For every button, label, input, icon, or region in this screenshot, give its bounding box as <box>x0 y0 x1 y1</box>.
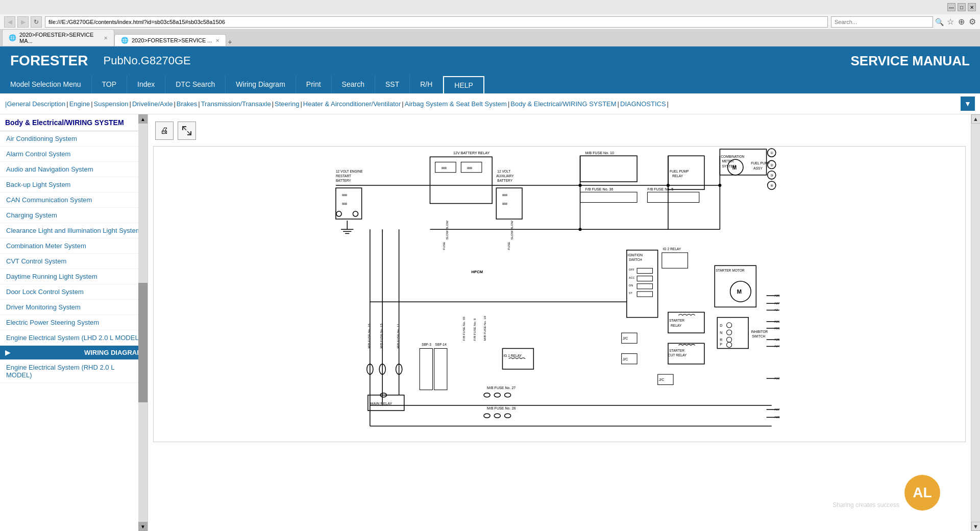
sidebar-item-clearance-light[interactable]: Clearance Light and Illumination Light S… <box>0 223 148 238</box>
settings-icon[interactable]: ⚙ <box>969 17 976 27</box>
dnrp-contact-n <box>727 330 732 335</box>
browser-tabs-bar: 🌐 2020>FORESTER>SERVICE MA... ✕ 🌐 2020>F… <box>0 30 980 46</box>
svg-line-0 <box>183 127 186 130</box>
refresh-button[interactable]: ↻ <box>31 16 42 28</box>
browser-nav-buttons[interactable]: ◀ ▶ ↻ <box>4 16 42 28</box>
breadcrumb-engine[interactable]: Engine <box>69 100 90 108</box>
browser-tab-2[interactable]: 🌐 2020>FORESTER>SERVICE ... ✕ <box>114 34 226 46</box>
main-scroll-up[interactable]: ▲ <box>971 114 981 124</box>
nav-model-selection[interactable]: Model Selection Menu <box>0 75 92 93</box>
forward-button[interactable]: ▶ <box>17 16 29 28</box>
sidebar-item-engine-rhd[interactable]: Engine Electrical System (RHD 2.0 L MODE… <box>0 360 148 383</box>
aux-battery-label: 12 VOLT <box>497 170 510 173</box>
ignition-switch-label2: SWITCH <box>629 258 642 261</box>
nav-dtc-search[interactable]: DTC Search <box>165 75 226 93</box>
svg-text:⊞⊞: ⊞⊞ <box>502 202 507 205</box>
nav-help[interactable]: HELP <box>443 76 484 93</box>
new-tab-button[interactable]: + <box>228 38 232 46</box>
sidebar-item-can-communication[interactable]: CAN Communication System <box>0 192 148 208</box>
close-button[interactable]: ✕ <box>968 3 976 11</box>
svg-text:ACC: ACC <box>629 276 635 279</box>
fuse-28-sym2 <box>494 414 500 418</box>
sidebar-item-combination-meter[interactable]: Combination Meter System <box>0 238 148 254</box>
tab-close-2[interactable]: ✕ <box>215 38 219 43</box>
main-scrollbar[interactable]: ▲ ▼ <box>971 114 980 531</box>
sidebar-item-alarm-control[interactable]: Alarm Control System <box>0 147 148 162</box>
sidebar-item-door-lock[interactable]: Door Lock Control System <box>0 284 148 300</box>
engine-restart-label3: BATTERY <box>336 179 351 182</box>
nav-print[interactable]: Print <box>296 75 332 93</box>
nav-wiring-diagram[interactable]: Wiring Diagram <box>226 75 296 93</box>
sidebar-scroll-down-btn[interactable]: ▼ <box>138 522 148 531</box>
star-icon[interactable]: ☆ <box>947 17 954 27</box>
title-bar-buttons[interactable]: — □ ✕ <box>947 3 976 11</box>
battery-relay-label: 12V BATTERY RELAY <box>453 151 489 155</box>
mb-fuse-28-label: M/B FUSE No. 28 <box>487 406 516 411</box>
browser-search-input[interactable] <box>831 16 933 28</box>
sidebar-item-daytime-running[interactable]: Daytime Running Light System <box>0 269 148 284</box>
terminal-1 <box>336 211 341 216</box>
breadcrumb-heater[interactable]: Heater & Airconditioner/Ventilator <box>303 100 401 108</box>
breadcrumb-airbag[interactable]: Airbag System & Seat Belt System <box>405 100 507 108</box>
ignition-contact1 <box>637 268 652 273</box>
sidebar-item-engine-lhd[interactable]: Engine Electrical System (LHD 2.0 L MODE… <box>0 330 148 346</box>
breadcrumb-scroll-right[interactable]: ▼ <box>961 96 975 111</box>
main-scroll-down[interactable]: ▼ <box>971 522 981 531</box>
node-2 <box>667 184 670 187</box>
tab-close-1[interactable]: ✕ <box>104 35 108 41</box>
svg-text:OFF: OFF <box>629 268 635 271</box>
slow-blow-fuse-label2: FUSE <box>442 242 446 250</box>
sidebar-item-backup-light[interactable]: Back-up Light System <box>0 177 148 192</box>
combination-meter-label1: COMBINATION <box>721 155 744 158</box>
tab-label-2: 2020>FORESTER>SERVICE ... <box>132 37 212 43</box>
svg-text:M: M <box>737 288 742 295</box>
svg-text:BATTERY: BATTERY <box>497 179 512 182</box>
breadcrumb-transmission[interactable]: Transmission/Transaxle <box>201 100 271 108</box>
nav-sst[interactable]: SST <box>375 75 410 93</box>
print-diagram-button[interactable]: 🖨 <box>155 122 174 140</box>
breadcrumb-driveline[interactable]: Driveline/Axle <box>132 100 173 108</box>
search-icon[interactable]: 🔍 <box>935 18 944 26</box>
bookmark-icon[interactable]: ⊕ <box>958 17 965 27</box>
browser-tab-1[interactable]: 🌐 2020>FORESTER>SERVICE MA... ✕ <box>2 29 114 46</box>
sidebar-scrollbar[interactable]: ▲ ▼ <box>138 114 148 531</box>
breadcrumb-diagnostics[interactable]: DIAGNOSTICS <box>620 100 666 108</box>
nav-top[interactable]: TOP <box>92 75 128 93</box>
app-header: FORESTER PubNo.G8270GE SERVICE MANUAL <box>0 46 980 75</box>
sbf14-label: SBF-14 <box>435 343 447 346</box>
maximize-button[interactable]: □ <box>958 3 966 11</box>
sidebar-item-electric-steering[interactable]: Electric Power Steering System <box>0 315 148 330</box>
sidebar-item-air-conditioning[interactable]: Air Conditioning System <box>0 131 148 147</box>
sidebar-item-audio-navigation[interactable]: Audio and Navigation System <box>0 162 148 177</box>
fuse-27-sym3 <box>505 393 511 397</box>
expand-diagram-button[interactable] <box>178 122 196 140</box>
diagram-toolbar: 🖨 <box>153 119 966 142</box>
sidebar-item-driver-monitoring[interactable]: Driver Monitoring System <box>0 300 148 315</box>
sidebar-scroll-thumb[interactable] <box>138 283 148 402</box>
nav-rh[interactable]: R/H <box>410 75 443 93</box>
breadcrumb-bar: | General Description | Engine | Suspens… <box>0 93 980 114</box>
jc-label2: J/C <box>623 357 628 361</box>
svg-text:①: ① <box>770 151 773 155</box>
nav-index[interactable]: Index <box>127 75 165 93</box>
sidebar-item-charging[interactable]: Charging System <box>0 208 148 223</box>
nav-search[interactable]: Search <box>332 75 375 93</box>
pub-number: PubNo.G8270GE <box>103 54 190 67</box>
breadcrumb-body-electrical[interactable]: Body & Electrical/WIRING SYSTEM <box>510 100 616 108</box>
ignition-switch-label1: IGNITION <box>628 253 643 257</box>
tab-label-1: 2020>FORESTER>SERVICE MA... <box>19 32 101 44</box>
sidebar-item-wiring-diagram[interactable]: ▶ WIRING DIAGRAM <box>0 346 148 360</box>
watermark-badge: AL <box>904 475 940 511</box>
sidebar-scroll-up-btn[interactable]: ▲ <box>138 114 148 124</box>
breadcrumb-brakes[interactable]: Brakes <box>177 100 197 108</box>
ignition-contact3 <box>637 284 652 289</box>
breadcrumb-steering[interactable]: Steering <box>275 100 299 108</box>
minimize-button[interactable]: — <box>947 3 955 11</box>
fb-fuse-33-label: F/B FUSE No. 33 <box>462 317 465 341</box>
sidebar-item-cvt-control[interactable]: CVT Control System <box>0 254 148 269</box>
breadcrumb-suspension[interactable]: Suspension <box>94 100 129 108</box>
back-button[interactable]: ◀ <box>4 16 15 28</box>
url-input[interactable] <box>45 16 828 28</box>
svg-text:④: ④ <box>770 184 773 188</box>
breadcrumb-general-description[interactable]: General Description <box>7 100 65 108</box>
